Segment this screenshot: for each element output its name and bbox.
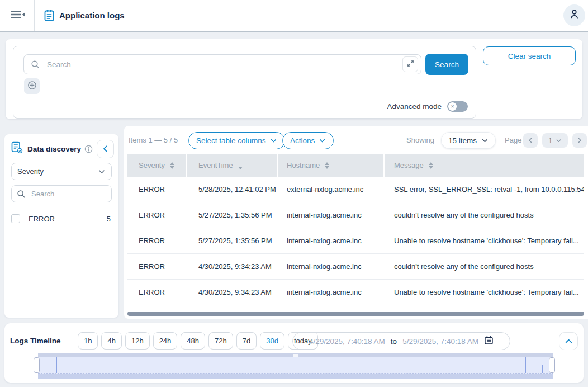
facet-item[interactable]: ERROR5 xyxy=(11,212,112,225)
date-from: 4/29/2025, 7:40:18 AM xyxy=(309,337,385,346)
table-row[interactable]: ERROR4/30/2025, 9:34:23 AMinternal-nxlog… xyxy=(127,254,584,280)
actions-button[interactable]: Actions xyxy=(282,132,334,149)
search-section: Search Advanced mode ✕ Clear search xyxy=(6,39,582,119)
table-row[interactable]: ERROR5/27/2025, 1:35:56 PMinternal-nxlog… xyxy=(127,202,584,228)
table-row[interactable]: ERROR4/30/2025, 9:34:23 AMinternal-nxlog… xyxy=(127,280,584,305)
data-discovery-header: Data discovery xyxy=(11,139,114,158)
hostname-cell: internal-nxlog.acme.inc xyxy=(278,202,385,228)
topbar-divider xyxy=(34,0,35,31)
collapse-panel-button[interactable] xyxy=(97,140,114,158)
showing-label: Showing xyxy=(406,136,434,144)
toggle-knob-icon: ✕ xyxy=(448,102,457,111)
timeline-chart xyxy=(34,353,557,379)
page-label: Page xyxy=(505,136,521,144)
user-menu-button[interactable] xyxy=(563,4,585,26)
facet-checkbox[interactable] xyxy=(11,214,20,223)
range-button-72h[interactable]: 72h xyxy=(208,332,233,350)
column-header-severity[interactable]: Severity xyxy=(127,154,187,177)
table-row[interactable]: ERROR5/27/2025, 1:35:56 PMinternal-nxlog… xyxy=(127,228,584,254)
table-row[interactable]: ERROR5/28/2025, 12:41:02 PMexternal-nxlo… xyxy=(127,177,584,202)
current-page-dropdown[interactable]: 1 xyxy=(542,133,568,148)
select-table-columns-button[interactable]: Select table columns xyxy=(188,132,285,149)
brush-handle-right[interactable] xyxy=(549,357,555,373)
facet-label: ERROR xyxy=(29,215,55,223)
range-button-30d[interactable]: 30d xyxy=(260,332,284,350)
select-table-columns-label: Select table columns xyxy=(196,136,266,145)
application-logs-page: Application logs xyxy=(0,0,588,387)
clear-search-button[interactable]: Clear search xyxy=(483,46,576,65)
column-header-message[interactable]: Message xyxy=(385,154,584,177)
event-time-cell: 5/27/2025, 1:35:56 PM xyxy=(187,228,278,253)
facet-search-field[interactable] xyxy=(30,189,111,199)
column-header-hostname[interactable]: Hostname xyxy=(278,154,385,177)
event-time-cell: 4/30/2025, 9:34:23 AM xyxy=(187,280,278,305)
search-button[interactable]: Search xyxy=(425,54,468,75)
expand-search-button[interactable] xyxy=(402,56,418,72)
actions-label: Actions xyxy=(290,136,315,145)
dropdown-icon xyxy=(319,137,326,144)
info-icon[interactable] xyxy=(84,145,93,153)
expand-icon xyxy=(407,59,414,69)
results-panel: Items 1 — 5 / 5 Select table columns Act… xyxy=(124,126,588,319)
timeline-spike xyxy=(525,357,526,373)
data-discovery-icon xyxy=(11,141,23,156)
column-label: Hostname xyxy=(287,161,320,169)
column-header-eventtime[interactable]: EventTime xyxy=(187,154,278,177)
sort-both-icon xyxy=(325,162,329,169)
range-button-1h[interactable]: 1h xyxy=(78,332,98,350)
logs-timeline-panel: Logs Timeline 1h4h12h24h48h72h7d30dtoday… xyxy=(4,323,584,383)
sidebar-collapse-button[interactable] xyxy=(8,8,27,23)
severity-cell: ERROR xyxy=(127,177,187,202)
range-button-24h[interactable]: 24h xyxy=(153,332,178,350)
advanced-mode-toggle[interactable]: ✕ xyxy=(447,101,468,112)
severity-cell: ERROR xyxy=(127,202,187,228)
event-time-cell: 5/28/2025, 12:41:02 PM xyxy=(187,177,278,202)
search-input[interactable] xyxy=(23,54,421,74)
app-logs-icon xyxy=(44,9,55,24)
timeline-track-notch xyxy=(293,354,298,357)
event-time-cell: 5/27/2025, 1:35:56 PM xyxy=(187,202,278,228)
date-range-separator: to xyxy=(391,337,397,346)
severity-cell: ERROR xyxy=(127,280,187,305)
table-header-row: SeverityEventTimeHostnameMessage xyxy=(127,154,584,177)
search-builder-panel: Search Advanced mode ✕ xyxy=(13,46,476,119)
range-button-7d[interactable]: 7d xyxy=(236,332,257,350)
facet-search-input[interactable] xyxy=(11,185,112,202)
timeline-overview-track[interactable] xyxy=(38,353,553,357)
search-icon xyxy=(17,190,26,199)
facet-list: ERROR5 xyxy=(11,212,112,225)
hostname-cell: internal-nxlog.acme.inc xyxy=(278,228,385,253)
message-cell: Unable to resolve hostname 'clickhouse':… xyxy=(385,228,584,253)
page-size-dropdown[interactable]: 15 items xyxy=(441,132,496,149)
range-button-12h[interactable]: 12h xyxy=(125,332,150,350)
hostname-cell: internal-nxlog.acme.inc xyxy=(278,254,385,279)
field-selector-dropdown[interactable]: Severity xyxy=(11,163,112,180)
brush-handle-left[interactable] xyxy=(34,357,40,373)
sort-both-icon xyxy=(170,162,174,169)
collapse-timeline-button[interactable] xyxy=(559,332,578,350)
message-cell: Unable to resolve hostname 'clickhouse':… xyxy=(385,280,584,305)
calendar-icon[interactable] xyxy=(484,336,494,347)
search-query-field[interactable] xyxy=(46,60,402,69)
dropdown-icon xyxy=(270,137,277,144)
logs-table: SeverityEventTimeHostnameMessage ERROR5/… xyxy=(127,154,584,305)
current-page-number: 1 xyxy=(548,136,552,145)
message-cell: couldn't resolve any of the configured h… xyxy=(385,202,584,228)
timeline-plot[interactable] xyxy=(38,357,553,374)
sort-desc-icon xyxy=(238,167,243,169)
column-label: Severity xyxy=(139,161,165,169)
timeline-bottom-track xyxy=(38,374,553,379)
range-button-4h[interactable]: 4h xyxy=(101,332,121,350)
topbar: Application logs xyxy=(0,0,588,32)
page-title: Application logs xyxy=(59,11,125,20)
previous-page-button[interactable] xyxy=(523,133,538,148)
sort-both-icon xyxy=(429,162,433,169)
horizontal-scrollbar[interactable] xyxy=(127,312,584,316)
collapse-timeline-icon xyxy=(565,337,573,346)
range-button-48h[interactable]: 48h xyxy=(181,332,205,350)
next-page-button[interactable] xyxy=(572,133,587,148)
table-body: ERROR5/28/2025, 12:41:02 PMexternal-nxlo… xyxy=(127,177,584,305)
range-buttons: 1h4h12h24h48h72h7d30dtoday xyxy=(78,332,318,350)
date-range-picker[interactable]: 4/29/2025, 7:40:18 AM to 5/29/2025, 7:40… xyxy=(292,332,510,350)
add-filter-button[interactable] xyxy=(24,78,40,94)
